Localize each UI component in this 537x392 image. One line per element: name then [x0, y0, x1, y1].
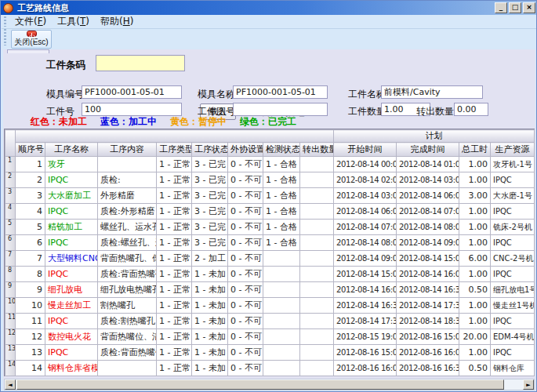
cell-outsource[interactable]: 0 - 不可	[228, 282, 263, 298]
cell-type[interactable]: 1 - 正常	[157, 235, 192, 251]
cell-resource[interactable]: EDM-4号机	[491, 329, 535, 345]
cell-seq[interactable]: 13	[16, 345, 45, 361]
cell-content[interactable]: 质检:外形精磨	[98, 204, 157, 220]
cell-name[interactable]: 精铣加工	[45, 220, 98, 235]
cell-type[interactable]: 1 - 正常	[157, 251, 192, 267]
cell-finish[interactable]: 2012-08-14 15:00:0	[397, 251, 459, 267]
cell-resource[interactable]: IPQC	[491, 204, 535, 220]
cell-content[interactable]	[98, 361, 157, 376]
cell-content[interactable]: 质检:螺丝孔、运	[98, 235, 157, 251]
cell-content[interactable]: 质检:背面热嘴位	[98, 345, 157, 361]
cell-inspect[interactable]	[263, 361, 300, 376]
row-header[interactable]: 9	[5, 282, 16, 298]
cell-finish[interactable]: 2012-08-14 16:30:0	[397, 282, 459, 298]
column-header-8[interactable]: 开始时间	[334, 143, 397, 157]
cell-transfer[interactable]	[300, 267, 334, 282]
cell-hours[interactable]: 1.00	[459, 172, 491, 188]
cell-status[interactable]: 1 - 未加	[192, 329, 228, 345]
cell-status[interactable]: 3 - 已完	[192, 220, 228, 235]
row-header[interactable]: 14	[5, 361, 16, 376]
cell-seq[interactable]: 5	[16, 220, 45, 235]
menu-item-2[interactable]: 帮助(H)	[95, 14, 139, 29]
cell-outsource[interactable]: 0 - 不可	[228, 188, 263, 204]
cell-type[interactable]: 1 - 正常	[157, 188, 192, 204]
cell-finish[interactable]: 2012-08-14 08:00:0	[397, 220, 459, 235]
cell-outsource[interactable]: 0 - 不可	[228, 298, 263, 314]
cell-type[interactable]: 1 - 正常	[157, 204, 192, 220]
cell-name[interactable]: IPQC	[45, 235, 98, 251]
cell-seq[interactable]: 10	[16, 298, 45, 314]
close-esc-button[interactable]: 关闭(Esc)	[11, 30, 52, 49]
cell-inspect[interactable]	[263, 267, 300, 282]
cell-status[interactable]: 1 - 未加	[192, 282, 228, 298]
table-row[interactable]: 77大型钢料CNC加工背面热嘴孔、倒角1 - 正常2 - 加工0 - 不可201…	[5, 251, 535, 267]
cell-content[interactable]: 质检:割热嘴孔	[98, 314, 157, 329]
cell-status[interactable]: 1 - 未加	[192, 298, 228, 314]
cell-status[interactable]: 2 - 加工	[192, 251, 228, 267]
cell-status[interactable]: 1 - 未加	[192, 361, 228, 376]
cell-transfer[interactable]	[300, 314, 334, 329]
cell-seq[interactable]: 14	[16, 361, 45, 376]
cell-transfer[interactable]	[300, 251, 334, 267]
cell-seq[interactable]: 1	[16, 157, 45, 172]
cell-inspect[interactable]	[263, 282, 300, 298]
cell-finish[interactable]: 2012-08-14 06:00:0	[397, 188, 459, 204]
cell-content[interactable]: 背面热嘴孔、倒角	[98, 251, 157, 267]
cell-inspect[interactable]	[263, 329, 300, 345]
cell-transfer[interactable]	[300, 157, 334, 172]
cell-type[interactable]: 1 - 正常	[157, 282, 192, 298]
cell-finish[interactable]: 2012-08-16 16:00:0	[397, 345, 459, 361]
horizontal-scrollbar[interactable]: ◄ ►	[4, 379, 535, 390]
cell-outsource[interactable]: 0 - 不可	[228, 345, 263, 361]
cell-hours[interactable]: 0.50	[459, 282, 491, 298]
cell-inspect[interactable]	[263, 251, 300, 267]
cell-inspect[interactable]: 1 - 合格	[263, 172, 300, 188]
cell-transfer[interactable]	[300, 235, 334, 251]
cell-finish[interactable]: 2012-08-14 03:00:0	[397, 172, 459, 188]
table-row[interactable]: 44IPQC质检:外形精磨1 - 正常3 - 已完0 - 不可1 - 合格201…	[5, 204, 535, 220]
cell-start[interactable]: 2012-08-14 02:00:0	[334, 172, 397, 188]
cell-resource[interactable]: 钢料仓库	[491, 361, 535, 376]
cell-hours[interactable]: 1.00	[459, 314, 491, 329]
row-header[interactable]: 2	[5, 172, 16, 188]
column-header-0[interactable]: 顺序号	[16, 143, 45, 157]
cell-seq[interactable]: 11	[16, 314, 45, 329]
cell-start[interactable]: 2012-08-14 06:00:0	[334, 204, 397, 220]
barcode-input[interactable]	[96, 55, 185, 71]
cell-hours[interactable]: 3.00	[459, 188, 491, 204]
mold-name-input[interactable]	[233, 85, 328, 99]
cell-content[interactable]: 外形精磨	[98, 188, 157, 204]
cell-transfer[interactable]	[300, 204, 334, 220]
table-row[interactable]: 33大水磨加工外形精磨1 - 正常3 - 已完0 - 不可1 - 合格2012-…	[5, 188, 535, 204]
cell-name[interactable]: IPQC	[45, 345, 98, 361]
cell-start[interactable]: 2012-08-14 16:30:0	[334, 298, 397, 314]
column-header-7[interactable]: 转出数量	[300, 143, 334, 157]
cell-transfer[interactable]	[300, 298, 334, 314]
table-row[interactable]: 55精铣加工螺丝孔、运水孔.1 - 正常3 - 已完0 - 不可1 - 合格20…	[5, 220, 535, 235]
table-row[interactable]: 1010慢走丝加工割热嘴孔1 - 正常1 - 未加0 - 不可2012-08-1…	[5, 298, 535, 314]
table-row[interactable]: 99细孔放电细孔放电热嘴孔1 - 正常1 - 未加0 - 不可2012-08-1…	[5, 282, 535, 298]
cell-finish[interactable]: 2012-08-14 01:00:0	[397, 157, 459, 172]
cell-content[interactable]: 质检:	[98, 172, 157, 188]
cell-resource[interactable]: IPQC	[491, 314, 535, 329]
row-header[interactable]: 8	[5, 267, 16, 282]
cell-start[interactable]: 2012-08-14 03:00:0	[334, 188, 397, 204]
table-row[interactable]: 1212数控电火花背面热嘴位、清角1 - 正常1 - 未加0 - 不可2012-…	[5, 329, 535, 345]
cell-finish[interactable]: 2012-08-14 16:00:0	[397, 267, 459, 282]
cell-start[interactable]: 2012-08-14 08:00:0	[334, 235, 397, 251]
cell-hours[interactable]: 20.00	[459, 329, 491, 345]
cell-status[interactable]: 3 - 已完	[192, 188, 228, 204]
cell-inspect[interactable]	[263, 314, 300, 329]
cell-outsource[interactable]: 0 - 不可	[228, 157, 263, 172]
column-header-11[interactable]: 生产资源	[491, 143, 535, 157]
cell-transfer[interactable]	[300, 345, 334, 361]
part-name-input[interactable]	[381, 85, 483, 99]
cell-outsource[interactable]: 0 - 不可	[228, 235, 263, 251]
row-header[interactable]: 12	[5, 329, 16, 345]
cell-start[interactable]: 2012-08-16 16:00:0	[334, 361, 397, 376]
cell-content[interactable]: 细孔放电热嘴孔	[98, 282, 157, 298]
cell-resource[interactable]: 攻牙机-1号	[491, 157, 535, 172]
cell-name[interactable]: 细孔放电	[45, 282, 98, 298]
table-row[interactable]: 1313IPQC质检:背面热嘴位1 - 正常1 - 未加0 - 不可2012-0…	[5, 345, 535, 361]
menu-item-0[interactable]: 文件(F)	[9, 14, 52, 29]
